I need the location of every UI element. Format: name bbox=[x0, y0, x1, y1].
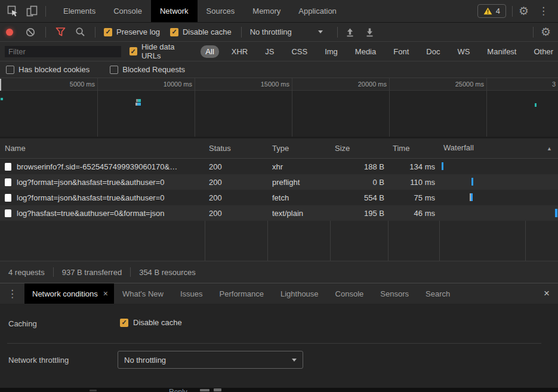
timeline-request-dot bbox=[137, 103, 141, 106]
timeline-gridline bbox=[292, 78, 292, 137]
table-row[interactable]: log?hasfast=true&authuser=0&format=json … bbox=[0, 205, 558, 221]
filter-type-xhr[interactable]: XHR bbox=[227, 45, 252, 58]
timeline-tick-label: 15000 ms bbox=[261, 81, 289, 88]
close-drawer-icon[interactable]: × bbox=[535, 288, 558, 300]
tab-sources[interactable]: Sources bbox=[198, 0, 244, 22]
import-har-icon[interactable] bbox=[346, 27, 354, 37]
background-blob bbox=[90, 390, 97, 391]
file-icon bbox=[5, 163, 11, 171]
disable-cache-checkbox[interactable]: ✓ Disable cache bbox=[170, 27, 232, 36]
drawer-tab-sensors[interactable]: Sensors bbox=[372, 283, 417, 304]
request-type: xhr bbox=[267, 162, 330, 171]
device-toolbar-button[interactable] bbox=[23, 0, 42, 22]
request-size: 554 B bbox=[330, 193, 388, 202]
devtools-window: Elements Console Network Sources Memory … bbox=[0, 0, 558, 392]
drawer-tab-console[interactable]: Console bbox=[327, 283, 372, 304]
filter-type-css[interactable]: CSS bbox=[286, 45, 312, 58]
file-icon bbox=[5, 194, 11, 202]
request-size: 195 B bbox=[330, 209, 388, 218]
divider bbox=[337, 27, 338, 38]
chevron-down-icon bbox=[318, 30, 323, 33]
record-network-log-button[interactable] bbox=[6, 29, 13, 36]
network-throttling-select[interactable]: No throttling bbox=[118, 351, 303, 369]
waterfall-bar bbox=[442, 162, 443, 170]
waterfall-header-label: Waterfall bbox=[443, 143, 474, 152]
drawer-tab-performance[interactable]: Performance bbox=[211, 283, 272, 304]
filter-funnel-icon[interactable] bbox=[56, 27, 66, 36]
timeline-left-tick bbox=[0, 79, 1, 91]
column-header-status[interactable]: Status bbox=[205, 144, 267, 153]
filter-type-ws[interactable]: WS bbox=[452, 45, 474, 58]
table-row[interactable]: browserinfo?f.sid=-6525457499939060170&…… bbox=[0, 159, 558, 174]
drawer-tab-issues[interactable]: Issues bbox=[172, 283, 211, 304]
filter-type-media[interactable]: Media bbox=[350, 45, 381, 58]
divider bbox=[95, 27, 95, 38]
export-har-icon[interactable] bbox=[365, 27, 374, 37]
column-header-waterfall[interactable]: Waterfall ▲ bbox=[439, 138, 558, 158]
drawer-disable-cache-label: Disable cache bbox=[133, 318, 182, 327]
request-time: 134 ms bbox=[388, 162, 439, 171]
request-status: 200 bbox=[205, 209, 267, 218]
timeline-request-dot bbox=[1, 98, 3, 100]
settings-gear-icon[interactable]: ⚙ bbox=[519, 5, 529, 17]
table-row[interactable]: log?format=json&hasfast=true&authuser=0 … bbox=[0, 174, 558, 190]
timeline-gridline bbox=[195, 78, 195, 137]
filter-type-img[interactable]: Img bbox=[320, 45, 343, 58]
drawer-more-tools-icon[interactable]: ⋮ bbox=[0, 289, 24, 299]
throttling-value: No throttling bbox=[250, 27, 292, 36]
hide-data-urls-label: Hide data URLs bbox=[141, 42, 193, 60]
table-empty-area bbox=[0, 221, 558, 281]
drawer-tab-search[interactable]: Search bbox=[417, 283, 458, 304]
reply-button-partial: Reply bbox=[169, 388, 187, 392]
tab-console[interactable]: Console bbox=[104, 0, 151, 22]
network-settings-gear-icon[interactable]: ⚙ bbox=[541, 26, 551, 38]
waterfall-cell bbox=[439, 174, 558, 190]
file-icon bbox=[5, 209, 11, 217]
filter-type-js[interactable]: JS bbox=[260, 45, 279, 58]
table-row[interactable]: log?format=json&hasfast=true&authuser=0 … bbox=[0, 190, 558, 205]
filter-input[interactable] bbox=[5, 46, 121, 57]
request-status: 200 bbox=[205, 178, 267, 187]
close-tab-icon[interactable]: × bbox=[103, 289, 108, 298]
filter-type-doc[interactable]: Doc bbox=[421, 45, 445, 58]
checkbox-checked-icon: ✓ bbox=[170, 28, 178, 36]
more-options-icon[interactable]: ⋮ bbox=[535, 6, 552, 16]
column-header-name[interactable]: Name bbox=[0, 144, 205, 153]
filter-type-font[interactable]: Font bbox=[389, 45, 414, 58]
column-header-time[interactable]: Time bbox=[388, 144, 439, 153]
search-icon[interactable] bbox=[75, 27, 85, 37]
has-blocked-cookies-checkbox[interactable]: Has blocked cookies bbox=[6, 65, 90, 74]
column-header-type[interactable]: Type bbox=[267, 144, 330, 153]
timeline-tick-label: 20000 ms bbox=[358, 81, 387, 88]
column-header-size[interactable]: Size bbox=[330, 144, 388, 153]
hide-data-urls-checkbox[interactable]: ✓ Hide data URLs bbox=[130, 42, 194, 60]
filter-type-other[interactable]: Other bbox=[529, 45, 558, 58]
issues-counter-button[interactable]: 4 bbox=[477, 4, 506, 18]
checkbox-unchecked-icon bbox=[6, 66, 14, 74]
waterfall-cell bbox=[439, 159, 558, 174]
request-type-filters: All XHR JS CSS Img Media Font Doc WS Man… bbox=[201, 45, 558, 58]
filter-type-manifest[interactable]: Manifest bbox=[482, 45, 521, 58]
tab-network[interactable]: Network bbox=[151, 0, 198, 22]
checkbox-checked-icon: ✓ bbox=[104, 28, 112, 36]
drawer-tab-network-conditions[interactable]: Network conditions × bbox=[24, 283, 114, 304]
throttling-dropdown[interactable]: No throttling bbox=[250, 27, 323, 36]
tab-memory[interactable]: Memory bbox=[243, 0, 289, 22]
blocked-requests-checkbox[interactable]: Blocked Requests bbox=[110, 65, 185, 74]
drawer-disable-cache-checkbox[interactable]: ✓ Disable cache bbox=[120, 318, 182, 327]
drawer-tab-whats-new[interactable]: What's New bbox=[114, 283, 172, 304]
drawer-tab-lighthouse[interactable]: Lighthouse bbox=[272, 283, 327, 304]
preserve-log-checkbox[interactable]: ✓ Preserve log bbox=[104, 27, 160, 36]
request-size: 188 B bbox=[330, 162, 388, 171]
tab-application[interactable]: Application bbox=[289, 0, 346, 22]
throttling-select-value: No throttling bbox=[124, 356, 166, 365]
timeline-tick-label: 5000 ms bbox=[70, 81, 95, 88]
filter-type-all[interactable]: All bbox=[201, 45, 218, 58]
inspect-element-button[interactable] bbox=[0, 0, 23, 22]
tab-elements[interactable]: Elements bbox=[54, 0, 104, 22]
request-status: 200 bbox=[205, 162, 267, 171]
clear-network-log-icon[interactable] bbox=[26, 27, 35, 37]
network-overview-timeline[interactable]: 5000 ms 10000 ms 15000 ms 20000 ms 25000… bbox=[0, 78, 558, 138]
waterfall-cell bbox=[439, 190, 558, 205]
disable-cache-label: Disable cache bbox=[183, 27, 232, 36]
